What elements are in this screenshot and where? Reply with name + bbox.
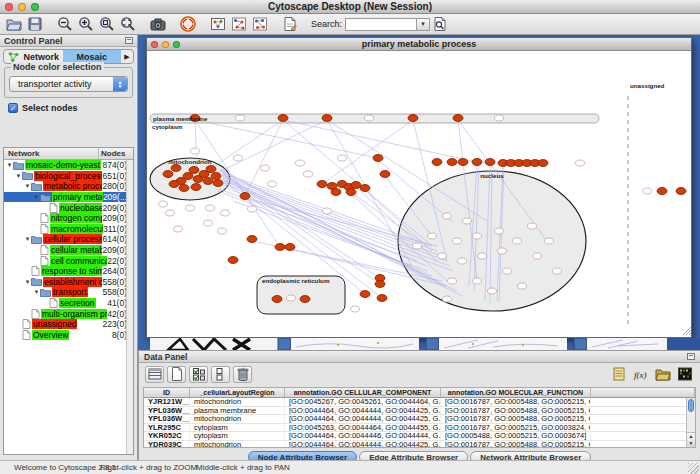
- tree-row-overview[interactable]: Overview8(0): [4, 330, 133, 341]
- table-scrollbar-arrows[interactable]: ▲▼: [687, 432, 695, 447]
- data-panel-toolbar: f(x): [139, 363, 700, 385]
- table-row[interactable]: YPL036W__1mitochondrion[GO:0044464, GO:0…: [144, 415, 695, 424]
- layout-blue-button[interactable]: [250, 15, 270, 33]
- expand-toggle-icon[interactable]: ▼: [15, 173, 22, 179]
- table-cell: cytoplasm: [190, 424, 285, 432]
- tree-scrollbar[interactable]: [126, 160, 133, 454]
- column-header-4[interactable]: annotation.GO MOLECULAR_FUNCTION: [441, 388, 591, 397]
- tree-row-establishment-of-lo[interactable]: ▼establishment of lo558(0): [4, 277, 133, 288]
- network-name: primary metabo: [52, 192, 103, 202]
- column-header-3[interactable]: annotation.GO CELLULAR_COMPONENT: [285, 388, 441, 397]
- resize-grip[interactable]: [688, 463, 699, 474]
- search-input[interactable]: [345, 18, 417, 31]
- tree-row-macromolecule[interactable]: macromolecule311(0): [4, 224, 133, 235]
- expand-toggle-icon[interactable]: ▼: [33, 289, 40, 295]
- expand-toggle-icon[interactable]: ▼: [24, 183, 31, 189]
- table-cell: YPL036W__2: [144, 407, 190, 415]
- import-attributes-button[interactable]: [653, 366, 672, 383]
- tree-row-mosaic-demo-yeast[interactable]: ▼mosaic-demo-yeast874(0): [4, 160, 133, 171]
- annotation-button[interactable]: [280, 15, 300, 33]
- formula-builder-button[interactable]: f(x): [631, 366, 650, 383]
- unselect-attributes-button[interactable]: [211, 366, 230, 383]
- tree-column-network[interactable]: Network: [4, 148, 99, 159]
- expand-toggle-icon[interactable]: ▼: [24, 236, 31, 242]
- network-view-close-button[interactable]: [151, 41, 158, 48]
- status-zoom-hint: Right-click + drag to ZOOM: [100, 463, 197, 472]
- new-attribute-button[interactable]: [167, 366, 186, 383]
- zoom-out-button[interactable]: [55, 15, 75, 33]
- more-tabs-button[interactable]: ▶: [121, 53, 133, 61]
- table-cell: [GO:0044464, GO:0044444, GO:0044425, G..…: [285, 415, 441, 423]
- table-row[interactable]: YDR039C__1mitochondrion[GO:0044464, GO:0…: [144, 441, 695, 449]
- folder-icon: [31, 277, 42, 286]
- snapshot-icon: [150, 16, 166, 32]
- zoom-in-button[interactable]: [76, 15, 96, 33]
- tree-row-metabolic-process[interactable]: ▼metabolic process280(0): [4, 181, 133, 192]
- expand-toggle-icon[interactable]: ▼: [33, 194, 40, 200]
- tree-row-nucleobase-[interactable]: nucleobase-209(0): [4, 202, 133, 213]
- tree-row-biological-process[interactable]: ▼biological_process651(0): [4, 171, 133, 182]
- network-name: response to stimulu: [41, 266, 102, 276]
- tree-row-nitrogen-compo[interactable]: nitrogen compo209(0): [4, 213, 133, 224]
- tree-row-cellular-metabo[interactable]: cellular metabo209(0): [4, 245, 133, 256]
- folder-icon: [40, 288, 51, 297]
- select-nodes-label: Select nodes: [22, 103, 78, 113]
- notepad-button[interactable]: [609, 366, 628, 383]
- data-panel-float-icon[interactable]: [687, 353, 695, 360]
- select-nodes-checkbox-row: ✓ Select nodes: [8, 103, 131, 113]
- open-file-button[interactable]: [4, 15, 24, 33]
- help-button[interactable]: [178, 15, 198, 33]
- toolbar-buttons: [4, 15, 301, 33]
- table-row[interactable]: YJR121W__1mitochondrion[GO:0045267, GO:0…: [144, 398, 695, 407]
- advanced-search-button[interactable]: [430, 15, 450, 33]
- table-row[interactable]: YKR052Ccytoplasm[GO:0044464, GO:0044446,…: [144, 432, 695, 441]
- save-button[interactable]: [25, 15, 45, 33]
- select-attributes-button[interactable]: [189, 366, 208, 383]
- network-name: nitrogen compo: [50, 213, 102, 223]
- select-nodes-checkbox[interactable]: ✓: [8, 103, 18, 113]
- select-attributes-icon: [191, 366, 207, 382]
- table-scrollbar[interactable]: ▲▼: [686, 398, 695, 447]
- column-header-1[interactable]: ID: [144, 388, 190, 397]
- delete-attribute-button[interactable]: [233, 366, 252, 383]
- tree-row-multi-organism-pro[interactable]: multi-organism pro42(0): [4, 308, 133, 319]
- network-view-titlebar[interactable]: primary metabolic process: [147, 38, 691, 51]
- network-overview-button[interactable]: [208, 15, 228, 33]
- tree-row-secretion[interactable]: secretion41(0): [4, 298, 133, 309]
- network-name: unassigned: [32, 319, 77, 329]
- network-view-zoom-button[interactable]: [173, 41, 180, 48]
- column-header-2[interactable]: _cellularLayoutRegion: [190, 388, 285, 397]
- main-toolbar: Search: ▼: [0, 14, 700, 35]
- zoom-fit-icon: [120, 16, 136, 32]
- network-canvas[interactable]: plasma membranecytoplasmmitochondrionnuc…: [147, 51, 691, 337]
- tree-row-transport[interactable]: ▼transport558(0): [4, 287, 133, 298]
- tree-column-nodes[interactable]: Nodes: [99, 148, 133, 159]
- network-view-window[interactable]: primary metabolic process plasma membran…: [146, 37, 692, 338]
- attribute-table-button[interactable]: [145, 366, 164, 383]
- node-color-select[interactable]: transporter activity ▲▼: [9, 76, 128, 92]
- network-name: secretion: [59, 298, 96, 308]
- network-view-minimize-button[interactable]: [162, 41, 169, 48]
- table-cell: [GO:0045263, GO:0044464, GO:0044455, G..…: [285, 424, 441, 432]
- expand-toggle-icon[interactable]: ▼: [24, 279, 31, 285]
- tree-row-unassigned[interactable]: unassigned223(0): [4, 319, 133, 330]
- table-cell: YLR295C: [144, 424, 190, 432]
- tree-row-cellular-process[interactable]: ▼cellular process614(0): [4, 234, 133, 245]
- heatmap-button[interactable]: [675, 366, 694, 383]
- table-row[interactable]: YPL036W__2plasma membrane[GO:0044464, GO…: [144, 407, 695, 416]
- float-panel-icon[interactable]: [125, 37, 133, 44]
- table-cell: [GO:0044464, GO:0044446, GO:0044444, G..…: [285, 432, 441, 440]
- app-titlebar[interactable]: Cytoscape Desktop (New Session): [0, 0, 700, 14]
- zoom-selected-button[interactable]: [97, 15, 117, 33]
- table-row[interactable]: YLR295Ccytoplasm[GO:0045263, GO:0044464,…: [144, 424, 695, 433]
- tree-row-cell-communicat[interactable]: cell communicat22(0): [4, 255, 133, 266]
- snapshot-button[interactable]: [148, 15, 168, 33]
- search-dropdown-button[interactable]: ▼: [417, 18, 430, 31]
- network-leaf-icon: [22, 330, 31, 340]
- tree-row-primary-metabo[interactable]: ▼primary metabo209(...: [4, 192, 133, 203]
- tree-row-response-to-stimulu[interactable]: response to stimulu264(0): [4, 266, 133, 277]
- table-scrollbar-thumb[interactable]: [688, 399, 694, 412]
- zoom-fit-button[interactable]: [118, 15, 138, 33]
- expand-toggle-icon[interactable]: ▼: [6, 162, 13, 168]
- layout-red-button[interactable]: [229, 15, 249, 33]
